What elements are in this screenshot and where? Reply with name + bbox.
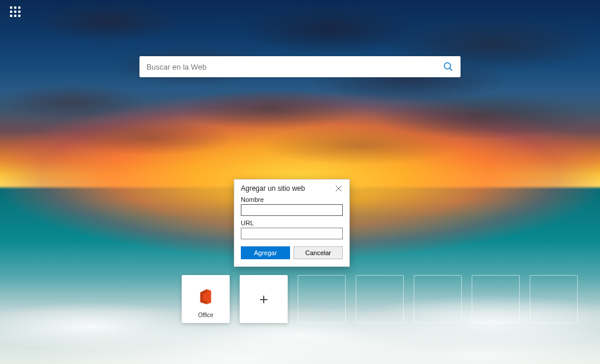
url-label: URL <box>241 219 343 226</box>
add-site-dialog: Agregar un sitio web Nombre URL Agregar … <box>234 179 350 267</box>
url-field[interactable] <box>241 228 343 239</box>
name-field[interactable] <box>241 204 343 216</box>
quick-links: Office + <box>182 275 288 323</box>
tile-label: Office <box>198 312 213 318</box>
search-bar[interactable] <box>139 56 461 77</box>
svg-line-1 <box>449 68 452 71</box>
tile-office[interactable]: Office <box>182 275 230 323</box>
search-input[interactable] <box>146 63 443 71</box>
tile-placeholder <box>472 275 520 323</box>
tile-placeholder <box>530 275 578 323</box>
dialog-title: Agregar un sitio web <box>241 184 305 193</box>
svg-point-0 <box>444 63 451 69</box>
office-logo <box>199 289 212 304</box>
submit-button[interactable]: Agregar <box>241 246 290 259</box>
close-icon[interactable] <box>335 184 343 193</box>
search-icon[interactable] <box>443 61 454 72</box>
tile-placeholders <box>298 275 578 323</box>
apps-grid-icon[interactable] <box>8 5 22 19</box>
tile-placeholder <box>298 275 346 323</box>
add-tile-button[interactable]: + <box>240 275 288 323</box>
name-label: Nombre <box>241 196 343 203</box>
tile-placeholder <box>356 275 404 323</box>
cancel-button[interactable]: Cancelar <box>294 246 343 259</box>
plus-icon: + <box>259 291 268 307</box>
tile-placeholder <box>414 275 462 323</box>
